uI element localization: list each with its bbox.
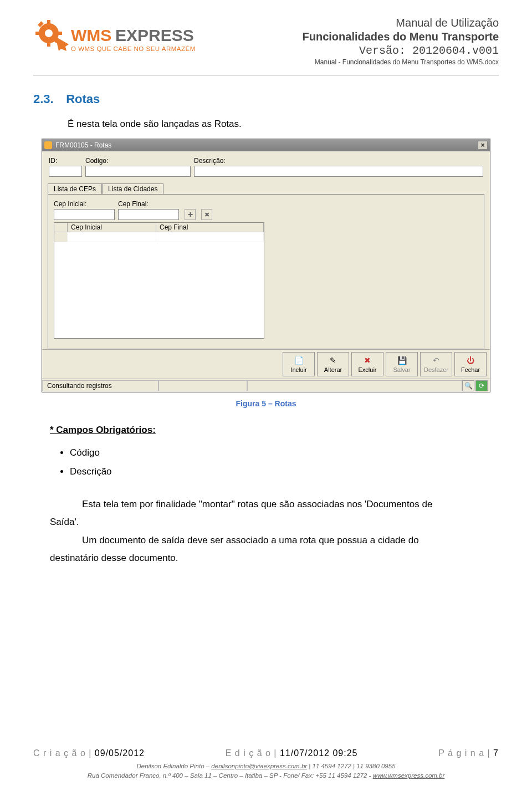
status-cell-2 (158, 380, 247, 391)
add-cep-button[interactable]: ✚ (185, 209, 196, 220)
footer-author: Denilson Edinaldo Pinto – (136, 763, 211, 769)
excluir-label: Excluir (358, 366, 376, 373)
section-heading: 2.3. Rotas (33, 92, 499, 106)
power-icon: ⏻ (466, 355, 475, 365)
tab-body: Cep Inicial: Cep Final: ✚ ✖ (48, 194, 484, 349)
logo: WMS EXPRESS O WMS QUE CABE NO SEU ARMAZÉ… (33, 17, 216, 67)
cep-final-label: Cep Final: (118, 200, 179, 208)
criacao-label: C r i a ç ã o | (33, 748, 91, 758)
svg-rect-5 (57, 32, 62, 35)
status-text: Consultando registros (42, 380, 158, 391)
svg-rect-3 (47, 41, 50, 47)
edicao-value: 11/07/2012 09:25 (280, 748, 358, 758)
paragraph-1-line-1: Esta tela tem por finalidade "montar" ro… (50, 496, 482, 513)
titlebar: FRM00105 - Rotas × (42, 139, 490, 151)
paragraph-2-line-2: destinatário desse documento. (50, 549, 482, 567)
tab-lista-ceps[interactable]: Lista de CEPs (48, 183, 102, 194)
required-fields-heading: * Campos Obrigatórios: (50, 425, 499, 436)
section-intro: É nesta tela onde são lançadas as Rotas. (68, 119, 499, 130)
field-id: ID: (49, 157, 82, 177)
salvar-label: Salvar (393, 366, 410, 373)
cep-inicial-label: Cep Inicial: (54, 200, 115, 208)
footer-url[interactable]: www.wmsexpress.com.br (373, 772, 445, 779)
remove-cep-button[interactable]: ✖ (201, 209, 212, 220)
criacao-value: 09/05/2012 (95, 748, 145, 758)
app-icon (44, 141, 52, 149)
field-descricao: Descrição: (194, 157, 483, 177)
field-cep-final: Cep Final: (118, 200, 179, 220)
svg-point-1 (45, 29, 53, 37)
refresh-button[interactable]: ⟳ (475, 380, 488, 391)
incluir-label: Incluir (290, 366, 306, 373)
figure-caption: Figura 5 – Rotas (33, 399, 499, 408)
footer-address-line: Rua Comendador Franco, n.º 400 – Sala 11… (33, 771, 499, 780)
footer-phones: | 11 4594 1272 | 11 9380 0955 (307, 763, 395, 769)
edit-icon: ✎ (328, 355, 338, 365)
grid-corner (54, 223, 68, 232)
document-header: WMS EXPRESS O WMS QUE CABE NO SEU ARMAZÉ… (33, 17, 499, 75)
cep-inicial-input[interactable] (54, 209, 115, 220)
doc-title: Manual de Utilização (303, 17, 499, 29)
desfazer-label: Desfazer (424, 366, 448, 373)
pagina: P á g i n a | 7 (438, 748, 499, 758)
body-paragraphs: Esta tela tem por finalidade "montar" ro… (50, 496, 482, 567)
desfazer-button[interactable]: ↶ Desfazer (420, 352, 452, 376)
alterar-label: Alterar (324, 366, 342, 373)
paragraph-2-line-1: Um documento de saída deve ser associado… (50, 532, 482, 549)
tab-lista-cidades[interactable]: Lista de Cidades (102, 183, 163, 194)
paragraph-1-line-2: Saída'. (50, 513, 482, 531)
x-icon: ✖ (204, 211, 209, 218)
edicao-label: E d i ç ã o | (226, 748, 277, 758)
new-icon: 📄 (294, 355, 304, 365)
logo-wms: WMS (71, 26, 111, 44)
search-icon: 🔍 (464, 382, 473, 390)
col-cep-final[interactable]: Cep Final (156, 223, 264, 232)
grid-row-empty (54, 232, 264, 242)
codigo-input[interactable] (85, 166, 191, 177)
alterar-button[interactable]: ✎ Alterar (317, 352, 349, 376)
cep-final-input[interactable] (118, 209, 179, 220)
app-window: FRM00105 - Rotas × ID: Codigo: Descrição… (42, 139, 490, 392)
field-codigo: Codigo: (85, 157, 191, 177)
section-number: 2.3. (33, 92, 54, 106)
status-bar: Consultando registros 🔍 ⟳ (42, 379, 490, 392)
doc-filename: Manual - Funcionalidades do Menu Transpo… (303, 58, 499, 66)
codigo-label: Codigo: (85, 157, 191, 165)
tab-strip: Lista de CEPs Lista de Cidades (48, 183, 484, 194)
action-toolbar: 📄 Incluir ✎ Alterar ✖ Excluir 💾 Salvar ↶… (42, 349, 490, 379)
salvar-button[interactable]: 💾 Salvar (386, 352, 418, 376)
descricao-label: Descrição: (194, 157, 483, 165)
required-field-item: Código (70, 443, 499, 462)
descricao-input[interactable] (194, 166, 483, 177)
logo-tagline: O WMS QUE CABE NO SEU ARMAZÉM (71, 45, 196, 52)
required-fields-list: Código Descrição (70, 443, 499, 481)
plus-icon: ✚ (188, 211, 193, 218)
pagina-value: 7 (493, 748, 499, 758)
svg-rect-2 (47, 20, 50, 25)
save-icon: 💾 (397, 355, 407, 365)
footer-email[interactable]: denilsonpinto@viaexpress.com.br (211, 763, 307, 769)
svg-rect-4 (35, 32, 41, 35)
tab-container: Lista de CEPs Lista de Cidades Cep Inici… (48, 183, 484, 349)
page-footer: C r i a ç ã o | 09/05/2012 E d i ç ã o |… (33, 748, 499, 781)
close-icon[interactable]: × (478, 141, 488, 150)
doc-subtitle: Funcionalidades do Menu Transporte (303, 30, 499, 43)
fechar-label: Fechar (461, 366, 480, 373)
id-input[interactable] (49, 166, 82, 177)
id-label: ID: (49, 157, 82, 165)
required-fields-block: * Campos Obrigatórios: Código Descrição (50, 425, 499, 481)
criacao: C r i a ç ã o | 09/05/2012 (33, 748, 145, 758)
section-title: Rotas (66, 92, 100, 106)
logo-image: WMS EXPRESS O WMS QUE CABE NO SEU ARMAZÉ… (33, 17, 211, 67)
window-title: FRM00105 - Rotas (55, 141, 111, 149)
col-cep-inicial[interactable]: Cep Inicial (68, 223, 156, 232)
logo-express: EXPRESS (115, 26, 194, 44)
search-button[interactable]: 🔍 (462, 380, 474, 391)
cep-filter-row: Cep Inicial: Cep Final: ✚ ✖ (54, 200, 478, 220)
cep-grid[interactable]: Cep Inicial Cep Final (54, 222, 264, 339)
field-cep-inicial: Cep Inicial: (54, 200, 115, 220)
fechar-button[interactable]: ⏻ Fechar (454, 352, 487, 376)
form-top-row: ID: Codigo: Descrição: (42, 151, 490, 179)
incluir-button[interactable]: 📄 Incluir (283, 352, 315, 376)
excluir-button[interactable]: ✖ Excluir (351, 352, 383, 376)
